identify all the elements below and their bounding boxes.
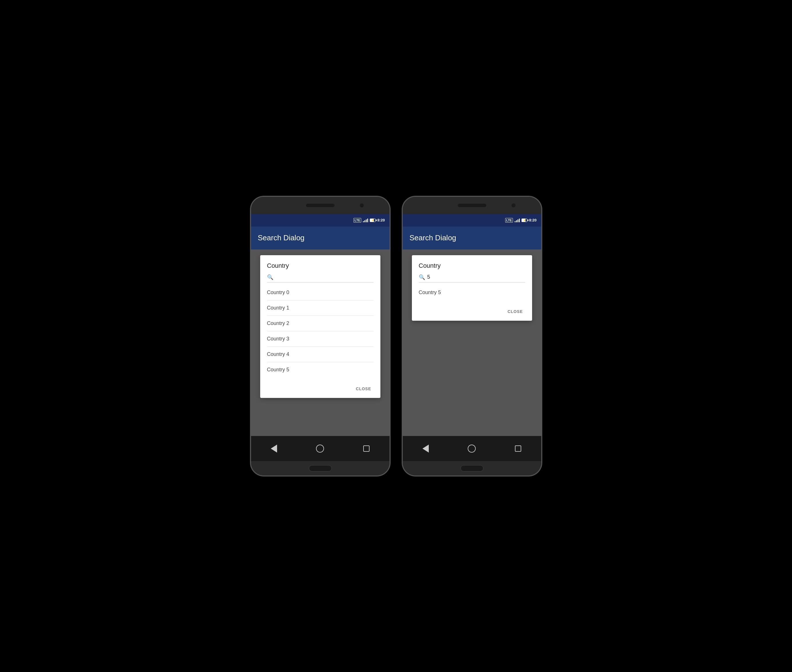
search-row-2: 🔍 xyxy=(419,274,525,283)
recent-icon-2 xyxy=(515,445,521,452)
time-2: 8:20 xyxy=(529,218,536,222)
app-bar-2: Search Dialog xyxy=(403,227,541,250)
dialog-actions-1: CLOSE xyxy=(267,382,374,394)
speaker-1 xyxy=(306,204,335,207)
camera-2 xyxy=(511,203,516,207)
dialog-title-1: Country xyxy=(267,262,374,269)
list-item[interactable]: Country 4 xyxy=(267,347,374,362)
phone-1: LTE ⚡ 8:20 Search Dialog xyxy=(250,196,390,476)
list-item[interactable]: Country 3 xyxy=(267,331,374,347)
back-icon-1 xyxy=(271,445,277,453)
recent-icon-1 xyxy=(363,445,370,452)
home-icon-1 xyxy=(316,445,324,453)
signal-bar-1 xyxy=(363,221,364,222)
phone-bottom-physical-1 xyxy=(251,461,390,475)
search-icon-1: 🔍 xyxy=(267,274,273,280)
signal-bar-8 xyxy=(519,219,520,222)
dialog-actions-2: CLOSE xyxy=(419,305,525,316)
status-bar-1: LTE ⚡ 8:20 xyxy=(251,214,390,227)
country-list-2: Country 5 xyxy=(419,285,525,300)
dialog-overlay-2: Country 🔍 Country 5 CLOSE xyxy=(403,250,541,436)
time-1: 8:20 xyxy=(377,218,385,222)
home-icon-2 xyxy=(468,445,476,453)
nav-recent-button-1[interactable] xyxy=(361,443,372,454)
lte-icon-1: LTE xyxy=(353,218,362,222)
dialog-title-2: Country xyxy=(419,262,525,269)
signal-bar-6 xyxy=(516,220,517,222)
nav-recent-button-2[interactable] xyxy=(512,443,524,454)
dialog-overlay-1: Country 🔍 Country 0 Country 1 Country 2 … xyxy=(251,250,390,436)
nav-home-button-1[interactable] xyxy=(314,443,326,454)
dialog-1: Country 🔍 Country 0 Country 1 Country 2 … xyxy=(260,255,380,398)
speaker-2 xyxy=(458,204,486,207)
close-button-2[interactable]: CLOSE xyxy=(505,307,525,316)
app-bar-1: Search Dialog xyxy=(251,227,390,250)
phone-screen-2: LTE ⚡ 8:20 Search Dialog xyxy=(403,214,541,436)
nav-back-button-1[interactable] xyxy=(268,443,280,454)
signal-bar-5 xyxy=(515,221,516,222)
home-button-physical-1[interactable] xyxy=(309,465,332,472)
battery-icon-1: ⚡ xyxy=(370,219,375,222)
search-input-1[interactable] xyxy=(276,274,374,280)
list-item[interactable]: Country 1 xyxy=(267,301,374,316)
app-bar-title-2: Search Dialog xyxy=(410,234,456,242)
battery-icon-2: ⚡ xyxy=(521,219,527,222)
status-bar-2: LTE ⚡ 8:20 xyxy=(403,214,541,227)
close-button-1[interactable]: CLOSE xyxy=(353,384,373,394)
phone-screen-1: LTE ⚡ 8:20 Search Dialog xyxy=(251,214,390,436)
nav-bar-1 xyxy=(251,436,390,461)
nav-home-button-2[interactable] xyxy=(466,443,478,454)
camera-1 xyxy=(360,203,364,207)
signal-bar-7 xyxy=(518,219,518,222)
phone-bottom-physical-2 xyxy=(403,461,541,475)
search-input-2[interactable] xyxy=(427,274,525,280)
country-list-1: Country 0 Country 1 Country 2 Country 3 … xyxy=(267,285,374,378)
nav-bar-2 xyxy=(403,436,541,461)
status-icons-2: LTE ⚡ 8:20 xyxy=(505,218,537,222)
back-icon-2 xyxy=(422,445,429,453)
phone-top-bar-2 xyxy=(403,197,541,214)
bolt-icon-2: ⚡ xyxy=(523,219,526,222)
list-item[interactable]: Country 5 xyxy=(419,285,525,300)
signal-bars-2 xyxy=(515,218,520,222)
list-item[interactable]: Country 5 xyxy=(267,362,374,378)
dialog-2: Country 🔍 Country 5 CLOSE xyxy=(412,255,532,321)
list-item[interactable]: Country 2 xyxy=(267,316,374,331)
phone-2: LTE ⚡ 8:20 Search Dialog xyxy=(402,196,542,476)
screen-content-2: Country Country 🔍 Country 5 xyxy=(403,250,541,436)
lte-icon-2: LTE xyxy=(505,218,513,222)
search-icon-2: 🔍 xyxy=(419,274,425,280)
signal-bar-2 xyxy=(364,220,365,222)
phone-top-bar-1 xyxy=(251,197,390,214)
signal-bars-1 xyxy=(363,218,368,222)
signal-bar-3 xyxy=(366,219,367,222)
app-bar-title-1: Search Dialog xyxy=(258,234,305,242)
phones-container: LTE ⚡ 8:20 Search Dialog xyxy=(250,196,542,476)
nav-back-button-2[interactable] xyxy=(420,443,431,454)
list-item[interactable]: Country 0 xyxy=(267,285,374,301)
screen-content-1: Country Country 🔍 Country 0 Country 1 C xyxy=(251,250,390,436)
search-row-1: 🔍 xyxy=(267,274,374,283)
signal-bar-4 xyxy=(367,219,368,222)
bolt-icon-1: ⚡ xyxy=(371,219,374,222)
home-button-physical-2[interactable] xyxy=(460,465,483,472)
status-icons-1: LTE ⚡ 8:20 xyxy=(353,218,385,222)
